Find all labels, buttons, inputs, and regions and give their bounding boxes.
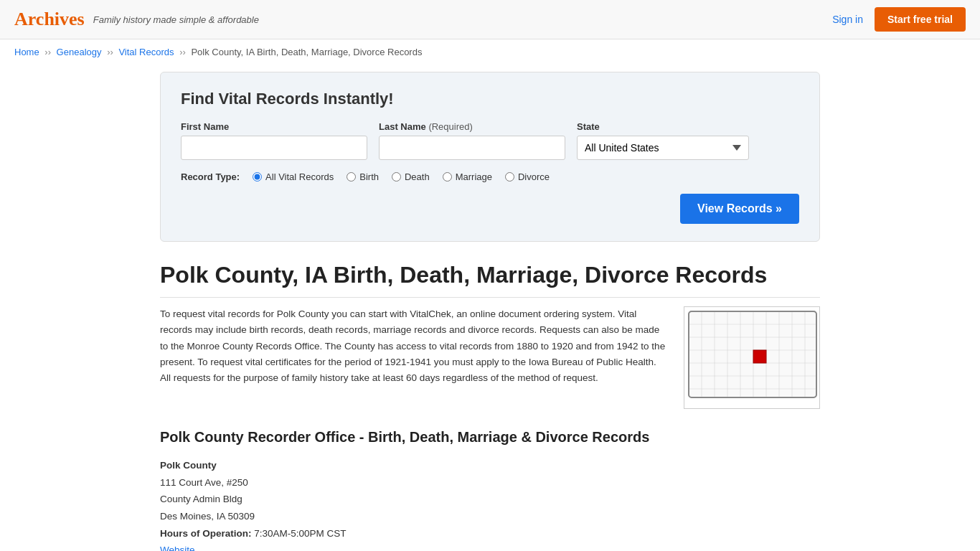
first-name-group: First Name <box>181 121 367 160</box>
first-name-label: First Name <box>181 121 367 132</box>
record-type-row: Record Type: All Vital Records Birth Dea… <box>181 171 799 182</box>
search-box: Find Vital Records Instantly! First Name… <box>160 72 820 242</box>
address-city-state-zip: Des Moines, IA 50309 <box>160 508 820 525</box>
svg-rect-16 <box>753 350 766 363</box>
last-name-label: Last Name (Required) <box>379 121 565 132</box>
address-name: Polk County <box>160 457 820 474</box>
search-fields: First Name Last Name (Required) State Al… <box>181 121 799 160</box>
address-building: County Admin Bldg <box>160 491 820 508</box>
rt-all-label: All Vital Records <box>265 171 334 182</box>
breadcrumb: Home ›› Genealogy ›› Vital Records ›› Po… <box>0 39 980 65</box>
address-block: Polk County 111 Court Ave, #250 County A… <box>160 457 820 551</box>
hours-value: 7:30AM-5:00PM CST <box>254 528 346 539</box>
header: Archives Family history made simple & af… <box>0 0 980 39</box>
rt-birth-label: Birth <box>359 171 379 182</box>
breadcrumb-current: Polk County, IA Birth, Death, Marriage, … <box>191 47 422 57</box>
state-select[interactable]: All United States Iowa Illinois Minnesot… <box>577 136 749 160</box>
logo: Archives <box>14 9 85 30</box>
breadcrumb-sep-3: ›› <box>179 47 186 57</box>
hours-label: Hours of Operation: <box>160 528 252 539</box>
start-trial-button[interactable]: Start free trial <box>875 7 966 32</box>
page-title: Polk County, IA Birth, Death, Marriage, … <box>160 262 820 298</box>
last-name-input[interactable] <box>379 136 565 160</box>
tagline: Family history made simple & affordable <box>93 14 259 25</box>
page-description: To request vital records for Polk County… <box>160 306 666 409</box>
rt-death-label: Death <box>405 171 430 182</box>
rt-birth-option[interactable]: Birth <box>347 171 379 182</box>
rt-divorce-option[interactable]: Divorce <box>505 171 550 182</box>
last-name-group: Last Name (Required) <box>379 121 565 160</box>
rt-death-radio[interactable] <box>392 172 401 182</box>
rt-marriage-radio[interactable] <box>443 172 452 182</box>
first-name-input[interactable] <box>181 136 367 160</box>
header-left: Archives Family history made simple & af… <box>14 9 259 30</box>
iowa-map <box>684 306 820 409</box>
breadcrumb-genealogy[interactable]: Genealogy <box>57 47 102 57</box>
rt-marriage-label: Marriage <box>456 171 492 182</box>
address-website: Website <box>160 542 820 551</box>
view-records-button[interactable]: View Records » <box>680 194 799 224</box>
rt-birth-radio[interactable] <box>347 172 356 182</box>
rt-divorce-label: Divorce <box>518 171 550 182</box>
search-heading: Find Vital Records Instantly! <box>181 90 799 108</box>
main-content: Find Vital Records Instantly! First Name… <box>146 65 834 551</box>
search-actions: View Records » <box>181 194 799 224</box>
iowa-map-svg <box>687 310 818 403</box>
recorder-office-heading: Polk County Recorder Office - Birth, Dea… <box>160 429 820 446</box>
content-map-area: To request vital records for Polk County… <box>160 306 820 409</box>
rt-divorce-radio[interactable] <box>505 172 514 182</box>
iowa-map-area <box>684 306 820 409</box>
address-street: 111 Court Ave, #250 <box>160 474 820 491</box>
website-link[interactable]: Website <box>160 545 195 551</box>
state-group: State All United States Iowa Illinois Mi… <box>577 121 749 160</box>
state-label: State <box>577 121 749 132</box>
rt-all-radio[interactable] <box>253 172 262 182</box>
rt-death-option[interactable]: Death <box>392 171 430 182</box>
address-hours: Hours of Operation: 7:30AM-5:00PM CST <box>160 525 820 542</box>
breadcrumb-vital-records[interactable]: Vital Records <box>118 47 174 57</box>
record-type-label: Record Type: <box>181 171 240 182</box>
header-right: Sign in Start free trial <box>832 7 966 32</box>
breadcrumb-sep-1: ›› <box>44 47 51 57</box>
rt-all-option[interactable]: All Vital Records <box>253 171 334 182</box>
breadcrumb-home[interactable]: Home <box>14 47 39 57</box>
breadcrumb-sep-2: ›› <box>107 47 113 57</box>
rt-marriage-option[interactable]: Marriage <box>443 171 492 182</box>
sign-in-link[interactable]: Sign in <box>832 14 863 25</box>
